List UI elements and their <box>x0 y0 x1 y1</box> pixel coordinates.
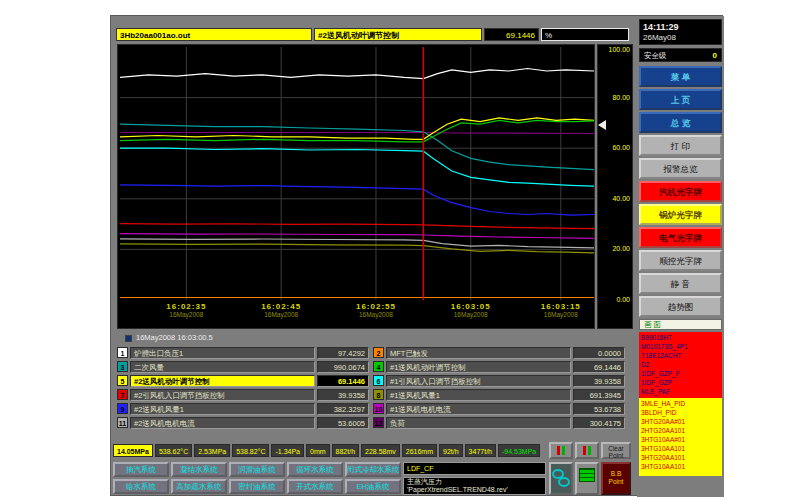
x-tick-time: 16:02:35 <box>166 302 206 311</box>
x-tick-date: 16May2008 <box>261 311 301 318</box>
system-button[interactable]: 高加疏水系统 <box>171 479 227 494</box>
alarm-tag[interactable]: 1IDF_GZP <box>641 378 720 387</box>
legend-color-badge: 1 <box>117 347 128 358</box>
link-button[interactable] <box>549 462 573 495</box>
legend-row[interactable]: 5#2送风机动叶调节控制69.1446 <box>117 374 369 387</box>
point-name-input[interactable]: LDF_CF <box>403 462 546 475</box>
legend-row[interactable]: 4#1送风机动叶调节控制69.1446 <box>373 360 625 373</box>
dcs-trend-window: 3Hb20aa001ao.out #2送风机动叶调节控制 69.1446 % 1… <box>110 15 723 496</box>
system-button[interactable]: 凝结水系统 <box>171 462 227 477</box>
system-button[interactable]: 润滑油系统 <box>229 462 285 477</box>
legend-color-badge: 5 <box>117 375 128 386</box>
alarm-tag[interactable]: 1IDF_GZP_F <box>641 369 720 378</box>
alarm-tag[interactable]: 3HTG10AA101 <box>641 462 720 471</box>
legend-point-value: 97.4292 <box>317 347 369 359</box>
trend-curves <box>120 47 594 300</box>
alarm-tag[interactable]: 3MLE_HA_PID <box>641 399 720 408</box>
system-button[interactable]: 闭式冷却水系统 <box>345 462 401 477</box>
source-file-field[interactable]: 3Hb20aa001ao.out <box>116 28 312 41</box>
legend-row[interactable]: 10#1送风机电机电流53.6738 <box>373 402 625 415</box>
alarm-tag[interactable]: B99018HT <box>641 333 720 342</box>
legend-row[interactable]: 9#2送风机风量1382.3297 <box>117 402 369 415</box>
trend-series <box>120 148 594 186</box>
legend-row[interactable]: 8#1送风机风量1691.3945 <box>373 388 625 401</box>
status-value: 3477t/h <box>465 444 496 457</box>
alarm-list-red[interactable]: B99018HTM01017S5_4P1T18E12ACHTD21IDF_GZP… <box>639 332 722 398</box>
clear-point-button[interactable]: Clear Point <box>601 442 631 459</box>
legend-point-value: 382.3297 <box>317 403 369 415</box>
legend-color-badge: 7 <box>117 389 128 400</box>
alarm-tag[interactable]: 3HTG10AA#01 <box>641 435 720 444</box>
sidebar-button-gray[interactable]: 趋势图 <box>639 296 722 317</box>
system-button[interactable]: 给水系统 <box>113 479 169 494</box>
trend-pen-button-2[interactable] <box>575 442 599 459</box>
red-bar-icon <box>583 446 586 455</box>
system-button[interactable]: EH油系统 <box>345 479 401 494</box>
system-button[interactable]: 开式水系统 <box>287 479 343 494</box>
sidebar-button-red[interactable]: 汽机光字牌 <box>639 181 722 202</box>
sidebar-button-yellow[interactable]: 锅炉光字牌 <box>639 204 722 225</box>
status-value: 538.82°C <box>232 444 269 457</box>
value-marker-triangle[interactable] <box>598 120 606 130</box>
legend-row[interactable]: 3二次风量990.0674 <box>117 360 369 373</box>
trend-series <box>120 234 594 239</box>
x-tick: 16:03:0516May2008 <box>451 302 491 318</box>
legend-point-value: 53.6005 <box>317 417 369 429</box>
legend-row[interactable]: 6#1引风机入口调节挡板控制39.9358 <box>373 374 625 387</box>
status-value: 0mm <box>306 444 330 457</box>
alarm-tag[interactable]: 3HTG20AA#01 <box>641 417 720 426</box>
legend-row[interactable]: 11#2送风机电机电流53.6005 <box>117 416 369 429</box>
sidebar-button-gray[interactable]: 打 印 <box>639 135 722 156</box>
sidebar-button-blue[interactable]: 上 页 <box>639 89 722 110</box>
point-value-field: 69.1446 <box>484 28 539 41</box>
alarm-tag[interactable]: 2HTG20AA101 <box>641 426 720 435</box>
system-button[interactable]: 密封油系统 <box>229 479 285 494</box>
y-tick: 80.00 <box>612 94 630 101</box>
trend-series <box>120 239 594 248</box>
point-desc-line1: 主蒸汽压力 <box>407 478 545 486</box>
alarm-list-yellow[interactable]: 3MLE_HA_PID3BLDH_PID3HTG20AA#012HTG20AA1… <box>639 398 722 476</box>
trend-chart[interactable]: 16:02:3516May200816:02:4516May200816:02:… <box>117 44 595 329</box>
cursor-info-row: 16May2008 16:03:00.5 <box>117 332 633 344</box>
screen-list-header: 画 面 <box>639 319 722 330</box>
group-display-button[interactable] <box>575 462 599 495</box>
legend-point-value: 39.9358 <box>573 375 625 387</box>
legend-color-badge: 12 <box>373 417 384 428</box>
sidebar-button-blue[interactable]: 总 览 <box>639 112 722 133</box>
legend-row[interactable]: 7#2引风机入口调节挡板控制39.9358 <box>117 388 369 401</box>
legend-row[interactable]: 2MFT已触发0.0000 <box>373 346 625 359</box>
sidebar: 14:11:29 26May08 安全级 0 菜 单上 页总 览打 印报警总览汽… <box>637 16 724 497</box>
sidebar-button-gray[interactable]: 静 音 <box>639 273 722 294</box>
alarm-tag[interactable]: 3BLDH_PID <box>641 408 720 417</box>
alarm-tag[interactable]: T18E12ACHT <box>641 351 720 360</box>
legend-point-name: #1送风机动叶调节控制 <box>386 361 571 373</box>
system-button[interactable]: 循环水系统 <box>287 462 343 477</box>
alarm-tag[interactable]: M01017S5_4P1 <box>641 342 720 351</box>
point-desc-field: 主蒸汽压力 'PaperXtrendSEL.TREND48.rev' <box>403 477 546 495</box>
alarm-tag[interactable]: 3HTG10AA101 <box>641 444 720 453</box>
sidebar-button-gray[interactable]: 报警总览 <box>639 158 722 179</box>
system-button[interactable]: 抽汽系统 <box>113 462 169 477</box>
legend-row[interactable]: 12负荷300.4175 <box>373 416 625 429</box>
bb-point-button[interactable]: B.B Point <box>601 462 631 495</box>
trend-pen-button-1[interactable] <box>549 442 573 459</box>
security-label: 安全级 <box>644 49 667 61</box>
alarm-tag[interactable]: D2 <box>641 360 720 369</box>
legend-point-value: 69.1446 <box>317 375 369 387</box>
status-value: 228.58mv <box>361 444 400 457</box>
alarm-tag[interactable]: MLE_PAF <box>641 387 720 396</box>
point-title-field[interactable]: #2送风机动叶调节控制 <box>314 28 482 41</box>
sidebar-button-red[interactable]: 电气光字牌 <box>639 227 722 248</box>
sidebar-button-gray[interactable]: 顺控光字牌 <box>639 250 722 271</box>
legend-point-name: #2引风机入口调节挡板控制 <box>130 389 315 401</box>
legend-point-value: 300.4175 <box>573 417 625 429</box>
process-statusbar: 14.05MPa538.62°C2.53MPa538.82°C-1.34Pa0m… <box>113 442 547 459</box>
x-tick-date: 16May2008 <box>166 311 206 318</box>
trend-plot-area[interactable] <box>120 47 594 300</box>
legend-row[interactable]: 1炉膛出口负压197.4292 <box>117 346 369 359</box>
x-tick-time: 16:02:45 <box>261 302 301 311</box>
x-tick-date: 16May2008 <box>451 311 491 318</box>
status-value: -94.53MPa <box>498 444 540 457</box>
sidebar-button-blue[interactable]: 菜 单 <box>639 66 722 87</box>
alarm-tag[interactable]: 3HTG20AA101 <box>641 453 720 462</box>
